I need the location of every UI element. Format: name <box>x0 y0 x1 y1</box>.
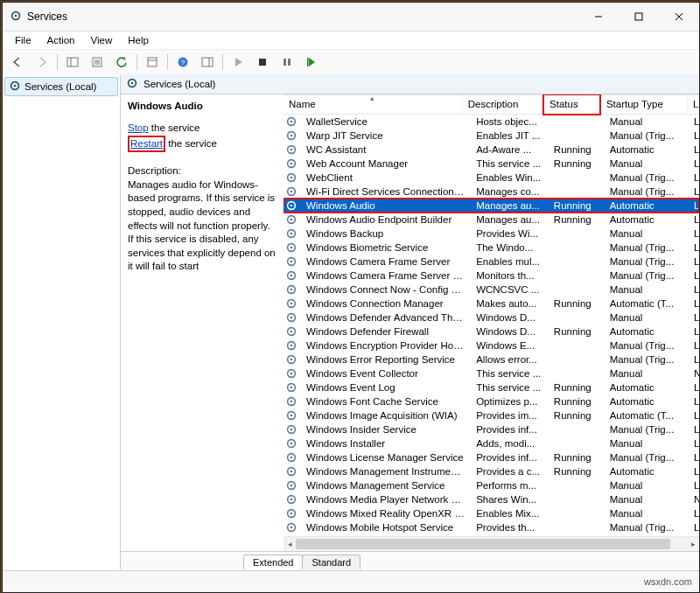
cell-description: Provides im... <box>471 410 549 421</box>
service-gear-icon <box>284 297 301 310</box>
maximize-button[interactable] <box>619 3 659 31</box>
minimize-button[interactable] <box>578 3 619 31</box>
service-row[interactable]: Windows Camera Frame ServerEnables mul..… <box>284 255 699 269</box>
restart-service-button[interactable] <box>300 52 323 73</box>
stop-service-button[interactable] <box>251 52 274 73</box>
export-list-button[interactable] <box>86 52 108 73</box>
col-log-on-as[interactable]: Log On As <box>688 95 699 114</box>
service-row[interactable]: Windows Media Player Network Shari...Sha… <box>284 492 699 506</box>
forward-button[interactable] <box>31 52 53 73</box>
help-button[interactable]: ? <box>172 52 194 73</box>
cell-log-on-as: Network S... <box>689 368 699 379</box>
service-row[interactable]: Windows Mobile Hotspot ServiceProvides t… <box>284 520 699 534</box>
svg-rect-9 <box>148 58 157 66</box>
pane-header: Services (Local) <box>121 74 699 94</box>
scroll-right-arrow[interactable]: ▸ <box>687 537 699 551</box>
tab-extended[interactable]: Extended <box>243 555 303 569</box>
service-gear-icon <box>284 269 301 282</box>
svg-point-54 <box>290 331 293 333</box>
cell-log-on-as: Local Syste... <box>689 466 699 477</box>
menu-action[interactable]: Action <box>40 34 82 46</box>
col-description[interactable]: Description <box>463 95 542 114</box>
service-row[interactable]: Windows Audio Endpoint BuilderManages au… <box>284 213 699 227</box>
service-gear-icon <box>284 409 301 422</box>
cell-description: Makes auto... <box>471 298 549 309</box>
svg-point-80 <box>290 513 293 515</box>
show-hide-action-pane-button[interactable] <box>196 52 219 73</box>
services-list[interactable]: WalletServiceHosts objec...ManualLocal S… <box>284 115 699 534</box>
service-row[interactable]: Wi-Fi Direct Services Connection Ma...Ma… <box>284 185 699 199</box>
service-row[interactable]: Windows BackupProvides Wi...ManualLocal … <box>284 227 699 241</box>
col-status[interactable]: Status <box>542 94 601 115</box>
service-row[interactable]: Windows Error Reporting ServiceAllows er… <box>284 352 699 366</box>
service-row[interactable]: Windows Connection ManagerMakes auto...R… <box>284 296 699 310</box>
cell-description: This service ... <box>471 368 549 379</box>
pause-service-button[interactable] <box>276 52 298 73</box>
cell-startup-type: Manual (Trig... <box>605 424 689 435</box>
refresh-button[interactable] <box>110 52 133 73</box>
service-row[interactable]: Windows InstallerAdds, modi...ManualLoca… <box>284 436 699 450</box>
show-hide-tree-button[interactable] <box>61 52 84 73</box>
service-row[interactable]: Windows Defender FirewallWindows D...Run… <box>284 324 699 338</box>
service-row[interactable]: Warp JIT ServiceEnables JIT ...Manual (T… <box>284 129 699 143</box>
menu-view[interactable]: View <box>84 34 120 46</box>
horizontal-scrollbar[interactable]: ◂ ▸ <box>284 536 699 551</box>
cell-name: Windows Connection Manager <box>301 298 471 309</box>
titlebar[interactable]: Services <box>3 3 699 31</box>
service-row[interactable]: Windows Management Instrumentati...Provi… <box>284 464 699 478</box>
cell-name: Wi-Fi Direct Services Connection Ma... <box>301 186 471 197</box>
menu-file[interactable]: File <box>8 34 38 46</box>
cell-log-on-as: Local Syste... <box>689 438 699 449</box>
service-row[interactable]: WC AssistantAd-Aware ...RunningAutomatic… <box>284 143 699 157</box>
cell-log-on-as: Local Servic... <box>689 256 699 267</box>
service-row[interactable]: Web Account ManagerThis service ...Runni… <box>284 157 699 171</box>
stop-service-link[interactable]: Stop <box>128 122 149 136</box>
tree-root-services-local[interactable]: Services (Local) <box>4 77 118 96</box>
service-row[interactable]: Windows Management ServicePerforms m...M… <box>284 478 699 492</box>
service-row[interactable]: Windows Encryption Provider Host S...Win… <box>284 338 699 352</box>
service-row[interactable]: Windows Event LogThis service ...Running… <box>284 380 699 394</box>
service-gear-icon <box>284 451 301 464</box>
menu-help[interactable]: Help <box>121 34 156 46</box>
cell-status: Running <box>549 396 605 407</box>
col-name[interactable]: ▴Name <box>284 95 463 114</box>
scroll-thumb[interactable] <box>296 539 670 549</box>
back-button[interactable] <box>6 52 29 73</box>
svg-point-60 <box>290 373 293 375</box>
service-row[interactable]: Windows Font Cache ServiceOptimizes p...… <box>284 394 699 408</box>
cell-log-on-as: Local Servic... <box>689 452 699 463</box>
console-tree[interactable]: Services (Local) <box>3 74 121 569</box>
service-row[interactable]: Windows Event CollectorThis service ...M… <box>284 366 699 380</box>
cell-name: Windows Event Collector <box>301 368 471 379</box>
cell-startup-type: Manual (Trig... <box>605 130 689 141</box>
service-gear-icon <box>284 213 301 226</box>
service-gear-icon <box>284 507 301 520</box>
cell-startup-type: Manual <box>605 312 689 323</box>
column-headers[interactable]: ▴Name Description Status Startup Type Lo… <box>284 94 699 115</box>
col-startup-type[interactable]: Startup Type <box>601 95 688 114</box>
service-row[interactable]: WebClientEnables Win...Manual (Trig...Lo… <box>284 171 699 185</box>
scroll-left-arrow[interactable]: ◂ <box>284 537 296 551</box>
service-row[interactable]: Windows Connect Now - Config Regi...WCNC… <box>284 283 699 296</box>
restart-service-link[interactable]: Restart <box>128 136 165 153</box>
start-service-button[interactable] <box>227 52 249 73</box>
cell-startup-type: Manual (Trig... <box>605 270 689 281</box>
service-row[interactable]: Windows Insider ServiceProvides inf...Ma… <box>284 422 699 436</box>
properties-button[interactable] <box>141 52 164 73</box>
cell-status: Running <box>549 158 605 169</box>
service-row[interactable]: Windows AudioManages au...RunningAutomat… <box>284 199 699 213</box>
service-row[interactable]: Windows License Manager ServiceProvides … <box>284 450 699 464</box>
service-row[interactable]: Windows Biometric ServiceThe Windo...Man… <box>284 241 699 255</box>
service-row[interactable]: Windows Camera Frame Server Moni...Monit… <box>284 269 699 283</box>
close-button[interactable] <box>659 3 699 31</box>
service-row[interactable]: WalletServiceHosts objec...ManualLocal S… <box>284 115 699 129</box>
service-row[interactable]: Windows Defender Advanced Threat ...Wind… <box>284 310 699 324</box>
toolbar: ? <box>3 50 699 75</box>
tab-standard[interactable]: Standard <box>302 555 360 569</box>
cell-startup-type: Automatic (T... <box>605 298 689 309</box>
cell-name: Windows Installer <box>301 438 471 449</box>
service-row[interactable]: Windows Image Acquisition (WIA)Provides … <box>284 408 699 422</box>
svg-point-74 <box>290 471 293 473</box>
service-row[interactable]: Windows Mixed Reality OpenXR Servi...Ena… <box>284 506 699 520</box>
sort-asc-icon: ▴ <box>370 95 374 102</box>
